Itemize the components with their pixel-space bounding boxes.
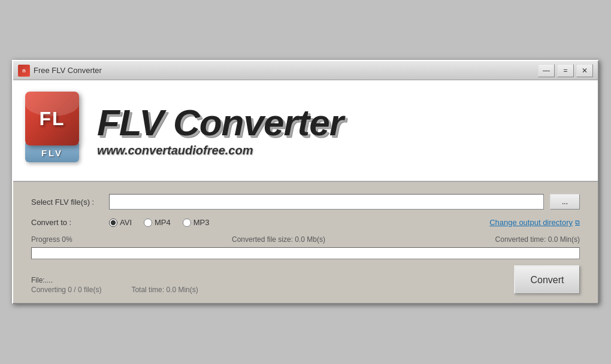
progress-info: Progress 0% Converted file size: 0.0 Mb(… xyxy=(31,235,580,244)
close-button[interactable]: ✕ xyxy=(576,64,593,77)
progress-bar-container xyxy=(31,247,580,259)
radio-mp4[interactable] xyxy=(144,219,152,227)
select-label: Select FLV file(s) : xyxy=(31,198,103,207)
radio-mp4-label: MP4 xyxy=(155,218,171,227)
banner-title-area: FLV Converter www.convertaudiofree.com xyxy=(97,104,343,157)
change-dir-link[interactable]: Change output directory ⧉ xyxy=(489,218,580,227)
change-dir-label: Change output directory xyxy=(489,218,573,227)
time-label: Converted time: 0.0 Min(s) xyxy=(472,235,580,244)
minimize-button[interactable]: — xyxy=(538,64,555,77)
maximize-button[interactable]: = xyxy=(557,64,574,77)
logo-bottom: FLV xyxy=(25,143,79,162)
convert-button[interactable]: Convert xyxy=(514,265,580,294)
logo-red-box: FL xyxy=(25,92,79,145)
window-title: Free FLV Converter xyxy=(34,66,102,75)
converting-text: Converting 0 / 0 file(s) xyxy=(31,286,101,294)
radio-mp3-item[interactable]: MP3 xyxy=(183,218,210,227)
file-info: File:.... xyxy=(31,276,198,284)
progress-label: Progress 0% xyxy=(31,235,85,244)
logo-fl-text: FL xyxy=(39,108,65,130)
radio-mp3-label: MP3 xyxy=(193,218,210,227)
total-time-text: Total time: 0.0 Min(s) xyxy=(131,286,198,294)
flv-logo: FL FLV xyxy=(25,92,85,169)
title-bar: n Free FLV Converter — = ✕ xyxy=(13,61,598,80)
radio-mp3[interactable] xyxy=(183,219,191,227)
radio-avi-label: AVI xyxy=(120,218,132,227)
radio-mp4-item[interactable]: MP4 xyxy=(144,218,171,227)
radio-avi-item[interactable]: AVI xyxy=(109,218,132,227)
convert-to-row: Convert to : AVI MP4 MP3 Change output d… xyxy=(31,218,580,227)
bottom-row: File:.... Converting 0 / 0 file(s) Total… xyxy=(31,265,580,294)
title-bar-left: n Free FLV Converter xyxy=(18,65,102,77)
banner-subtitle: www.convertaudiofree.com xyxy=(97,144,343,157)
browse-button[interactable]: ... xyxy=(550,194,580,210)
radio-group: AVI MP4 MP3 Change output directory ⧉ xyxy=(109,218,580,227)
convert-to-label: Convert to : xyxy=(31,218,103,227)
converting-info: Converting 0 / 0 file(s) Total time: 0.0… xyxy=(31,286,198,294)
main-content: Select FLV file(s) : ... Convert to : AV… xyxy=(13,182,598,303)
select-file-row: Select FLV file(s) : ... xyxy=(31,194,580,210)
banner: FL FLV FLV Converter www.convertaudiofre… xyxy=(13,80,598,182)
external-link-icon: ⧉ xyxy=(575,219,580,226)
main-window: n Free FLV Converter — = ✕ FL FLV FLV Co… xyxy=(12,60,599,304)
app-icon: n xyxy=(18,65,30,77)
bottom-info: File:.... Converting 0 / 0 file(s) Total… xyxy=(31,276,198,294)
logo-flv-label: FLV xyxy=(41,148,63,158)
radio-avi[interactable] xyxy=(109,219,117,227)
title-bar-controls: — = ✕ xyxy=(538,64,593,77)
banner-main-title: FLV Converter xyxy=(97,104,343,141)
file-input[interactable] xyxy=(109,194,544,210)
file-size-label: Converted file size: 0.0 Mb(s) xyxy=(85,235,472,244)
